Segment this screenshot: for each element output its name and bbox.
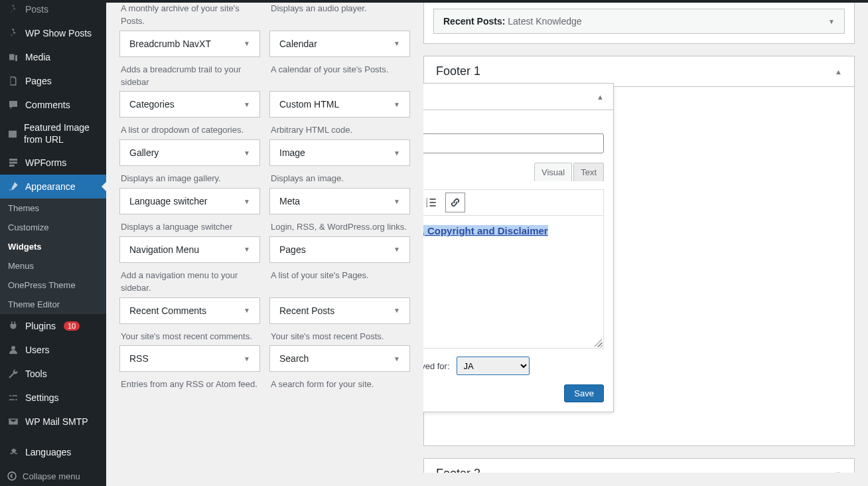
available-widget-title: Breadcrumb NavXT xyxy=(129,39,211,49)
sidebar-sub-onepress[interactable]: OnePress Theme xyxy=(0,276,106,295)
chevron-down-icon: ▼ xyxy=(394,246,400,253)
available-widget-title: RSS xyxy=(129,353,149,364)
collapse-menu-button[interactable]: Collapse menu xyxy=(0,464,106,486)
sidebar-item-wp-mail-smtp[interactable]: WP Mail SMTP xyxy=(0,410,106,434)
sidebar-item-users[interactable]: Users xyxy=(0,338,106,362)
brush-icon xyxy=(7,180,20,193)
language-select[interactable]: JA xyxy=(457,357,530,375)
available-widget-recent-posts[interactable]: Recent Posts▼ xyxy=(269,297,410,324)
pages-icon xyxy=(7,74,20,88)
sidebar-item-settings[interactable]: Settings xyxy=(0,386,106,410)
sidebar-item-languages[interactable]: Languages xyxy=(0,440,106,464)
sidebar-item-wpforms[interactable]: WPForms xyxy=(0,151,106,175)
widget-area-footer1: Footer 1 ▲ Text ▲ xyxy=(423,56,855,446)
available-widget-search[interactable]: Search▼ xyxy=(269,345,410,372)
chevron-down-icon: ▼ xyxy=(244,149,250,157)
sidebar-item-wp-show-posts[interactable]: WP Show Posts xyxy=(0,21,106,45)
sidebar-item-comments[interactable]: Comments xyxy=(0,93,106,117)
chevron-down-icon: ▼ xyxy=(828,18,835,25)
tab-text[interactable]: Text xyxy=(573,163,604,181)
widget-editor-head[interactable]: Text ▲ xyxy=(423,84,613,110)
sidebar-item-label: Settings xyxy=(25,392,59,403)
svg-rect-10 xyxy=(430,202,436,203)
sidebar-sub-themes[interactable]: Themes xyxy=(0,199,106,218)
chevron-down-icon: ▼ xyxy=(244,246,250,253)
widget-area-body-footer1: Text ▲ Title: xyxy=(424,87,854,446)
chevron-up-icon: ▲ xyxy=(597,93,604,101)
widget-area-head-footer2[interactable]: Footer 2 ▼ xyxy=(424,459,854,473)
available-widget-meta[interactable]: Meta▼ xyxy=(269,188,410,214)
text-widget-editor: Text ▲ Title: xyxy=(423,83,614,412)
sidebar-item-label: Comments xyxy=(25,100,70,110)
save-widget-button[interactable]: Save xyxy=(564,384,604,402)
sidebar-sub-customize[interactable]: Customize xyxy=(0,218,106,237)
chevron-down-icon: ▼ xyxy=(244,307,250,314)
pin-icon xyxy=(7,27,20,40)
image-icon xyxy=(7,127,19,141)
chevron-down-icon: ▼ xyxy=(244,355,250,363)
available-widgets-column: A monthly archive of your site's Posts.D… xyxy=(119,0,410,473)
svg-text:3: 3 xyxy=(426,204,428,208)
svg-point-0 xyxy=(8,472,16,480)
collapse-menu-label: Collapse menu xyxy=(23,471,80,481)
available-widget-title: Navigation Menu xyxy=(129,244,199,255)
widget-title-input[interactable] xyxy=(423,133,604,153)
sidebar-item-label: Pages xyxy=(25,76,52,86)
available-widget-recent-comments[interactable]: Recent Comments▼ xyxy=(119,297,260,324)
sidebar-item-pages[interactable]: Pages xyxy=(0,69,106,93)
sidebar-item-label: WPForms xyxy=(25,157,66,168)
editor-link-text[interactable]: Privacy Policy, Copyright and Disclaimer xyxy=(423,225,548,236)
available-widget-image[interactable]: Image▼ xyxy=(269,139,410,166)
chevron-down-icon: ▼ xyxy=(394,307,400,314)
available-widget-calendar[interactable]: Calendar▼ xyxy=(269,31,410,57)
available-widget-breadcrumb-navxt[interactable]: Breadcrumb NavXT▼ xyxy=(119,31,260,57)
sidebar-item-media[interactable]: Media xyxy=(0,45,106,69)
available-widget-navigation-menu[interactable]: Navigation Menu▼ xyxy=(119,236,260,263)
sidebar-item-appearance[interactable]: Appearance xyxy=(0,175,106,199)
available-widget-title: Language switcher xyxy=(129,196,208,206)
svg-rect-8 xyxy=(430,199,436,200)
available-widget-desc: Displays an audio player. xyxy=(269,0,410,26)
chevron-down-icon: ▼ xyxy=(394,198,400,205)
admin-sidebar: Posts WP Show Posts Media Pages Comments… xyxy=(0,0,106,486)
sidebar-sub-menus[interactable]: Menus xyxy=(0,256,106,276)
sidebar-item-plugins[interactable]: Plugins 10 xyxy=(0,314,106,338)
available-widget-gallery[interactable]: Gallery▼ xyxy=(119,139,260,166)
editor-content-area[interactable]: Privacy Policy, Copyright and Disclaimer xyxy=(423,216,604,349)
available-widget-rss[interactable]: RSS▼ xyxy=(119,345,260,372)
sidebar-item-tools[interactable]: Tools xyxy=(0,362,106,386)
settings-icon xyxy=(7,391,20,404)
tab-visual[interactable]: Visual xyxy=(534,163,572,181)
available-widget-desc: Entries from any RSS or Atom feed. xyxy=(119,372,260,402)
available-widget-title: Recent Posts xyxy=(279,305,334,316)
widget-chip-recent-posts[interactable]: Recent Posts: Latest Knowledge ▼ xyxy=(433,9,845,34)
sidebar-item-label: Users xyxy=(25,345,50,355)
chevron-up-icon: ▲ xyxy=(835,68,842,76)
forms-icon xyxy=(7,156,20,169)
available-widget-categories[interactable]: Categories▼ xyxy=(119,91,260,118)
widget-area-title: Footer 1 xyxy=(436,64,480,78)
available-widget-title: Recent Comments xyxy=(129,305,206,316)
available-widget-pages[interactable]: Pages▼ xyxy=(269,236,410,263)
chevron-down-icon: ▼ xyxy=(394,101,400,108)
sidebar-item-label: Media xyxy=(25,52,50,62)
available-widget-title: Image xyxy=(279,147,305,158)
chevron-down-icon: ▼ xyxy=(394,149,400,157)
sidebar-item-posts[interactable]: Posts xyxy=(0,0,106,21)
available-widget-custom-html[interactable]: Custom HTML▼ xyxy=(269,91,410,118)
sidebar-item-label: Plugins xyxy=(25,321,56,331)
link-button[interactable] xyxy=(445,193,465,212)
title-label: Title: xyxy=(423,120,604,129)
sidebar-item-label: Tools xyxy=(25,368,47,379)
available-widget-title: Meta xyxy=(279,196,300,206)
numbered-list-button[interactable]: 123 xyxy=(423,193,441,212)
mail-icon xyxy=(7,415,20,428)
media-icon xyxy=(7,50,20,64)
widget-chip-label: Recent Posts: xyxy=(443,16,505,27)
sidebar-item-label: Featured Image from URL xyxy=(24,122,100,145)
sidebar-sub-theme-editor[interactable]: Theme Editor xyxy=(0,295,106,314)
widget-area-footer2: Footer 2 ▼ xyxy=(423,458,855,473)
available-widget-language-switcher[interactable]: Language switcher▼ xyxy=(119,188,260,214)
sidebar-item-featured-image-url[interactable]: Featured Image from URL xyxy=(0,117,106,151)
sidebar-sub-widgets[interactable]: Widgets xyxy=(0,237,106,256)
